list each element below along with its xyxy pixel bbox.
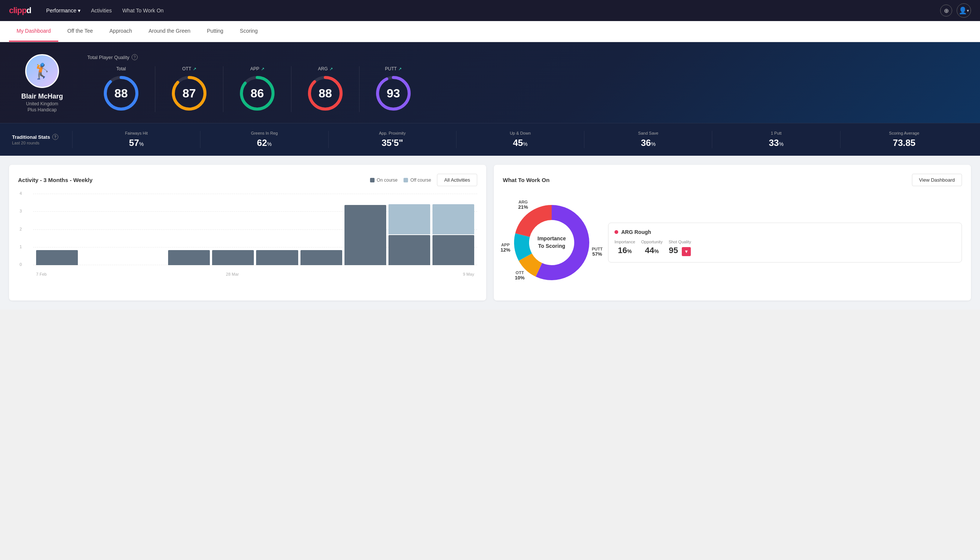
gauge-value-total: 88 — [114, 87, 128, 100]
stat-value-0: 57% — [78, 138, 194, 148]
stat-label-4: Sand Save — [591, 131, 706, 135]
tab-putting[interactable]: Putting — [199, 21, 231, 42]
help-icon-stats[interactable]: ? — [52, 134, 58, 140]
stats-bar: Traditional Stats ? Last 20 rounds Fairw… — [0, 123, 980, 156]
stat-item-5: 1 Putt 33% — [712, 131, 840, 148]
on-course-dot — [370, 178, 374, 182]
nav-links: Performance ▾ Activities What To Work On — [46, 8, 940, 13]
detail-metric-2: Shot Quality 95 ▼ — [669, 240, 691, 256]
stat-item-2: App. Proximity 35'5" — [328, 131, 456, 148]
tab-bar: My Dashboard Off the Tee Approach Around… — [0, 21, 980, 42]
stat-item-0: Fairways Hit 57% — [72, 131, 200, 148]
stat-label-2: App. Proximity — [335, 131, 450, 135]
bars-container — [33, 194, 477, 265]
detail-metric-1: Opportunity 44% — [641, 240, 662, 256]
x-label-4: 28 Mar — [226, 272, 239, 277]
bar-group-4 — [212, 250, 254, 265]
stat-label-5: 1 Putt — [718, 131, 834, 135]
bar-group-8 — [388, 204, 430, 265]
bar-on-course-4 — [212, 250, 254, 265]
stat-items: Fairways Hit 57% Greens In Reg 62% App. … — [72, 131, 968, 148]
circle-gauge-putt: 93 — [374, 75, 412, 112]
stats-period: Last 20 rounds — [12, 141, 72, 145]
gauge-ott: OTT ↗ 87 — [155, 66, 223, 112]
stat-item-6: Scoring Average 73.85 — [840, 131, 968, 148]
detail-metric-0: Importance 16% — [614, 240, 635, 256]
wtwo-title: What To Work On — [503, 177, 549, 183]
gauge-value-ott: 87 — [182, 87, 196, 100]
top-navigation: clippd Performance ▾ Activities What To … — [0, 0, 980, 21]
stat-label-6: Scoring Average — [847, 131, 962, 135]
wtwo-detail-header: ARG Rough — [614, 229, 955, 235]
stat-label-3: Up & Down — [463, 131, 578, 135]
gauge-label-app: APP ↗ — [250, 66, 264, 72]
trend-up-icon: ↗ — [193, 67, 196, 72]
wtwo-inner: ImportanceTo Scoring PUTT 57% OTT 10% AP… — [503, 194, 962, 292]
tab-scoring[interactable]: Scoring — [232, 21, 265, 42]
chart-legend: On course Off course — [370, 178, 431, 183]
dm-value-1: 44% — [641, 246, 662, 255]
nav-right: ⊕ 👤 ▾ — [940, 3, 971, 18]
donut-segment-arg — [515, 205, 552, 237]
player-handicap: Plus Handicap — [27, 107, 57, 112]
tab-my-dashboard[interactable]: My Dashboard — [9, 21, 58, 42]
bar-off-course-8 — [388, 204, 430, 234]
activity-chart-card: Activity - 3 Months - Weekly On course O… — [9, 165, 486, 300]
x-label-9: 9 May — [463, 272, 474, 277]
x-labels: 7 Feb 28 Mar 9 May — [33, 272, 477, 277]
logo[interactable]: clippd — [9, 6, 31, 15]
gauge-label-arg: ARG ↗ — [318, 66, 333, 72]
gauge-label-ott: OTT ↗ — [182, 66, 196, 72]
dm-label-2: Shot Quality — [669, 240, 691, 244]
trend-up-icon: ↗ — [398, 67, 402, 72]
quality-title: Total Player Quality ? — [87, 54, 968, 60]
player-country: United Kingdom — [26, 101, 58, 107]
stat-value-4: 36% — [591, 138, 706, 148]
stat-item-1: Greens In Reg 62% — [200, 131, 328, 148]
gauge-total: Total 88 — [87, 66, 155, 112]
user-menu-button[interactable]: 👤 ▾ — [957, 3, 971, 18]
donut-chart: ImportanceTo Scoring PUTT 57% OTT 10% AP… — [503, 194, 601, 292]
tab-around-the-green[interactable]: Around the Green — [141, 21, 198, 42]
stat-value-5: 33% — [718, 138, 834, 148]
y-label: 2 — [20, 227, 22, 231]
add-button[interactable]: ⊕ — [940, 5, 952, 17]
legend-on-course: On course — [370, 178, 398, 183]
detail-indicator-dot — [614, 230, 618, 234]
help-icon[interactable]: ? — [131, 54, 138, 60]
view-dashboard-button[interactable]: View Dashboard — [912, 174, 962, 186]
bar-on-course-7 — [344, 205, 386, 265]
bar-on-course-3 — [168, 250, 210, 265]
wtwo-detail-card: ARG Rough Importance 16% Opportunity 44%… — [608, 223, 962, 263]
tab-off-the-tee[interactable]: Off the Tee — [60, 21, 100, 42]
legend-off-course: Off course — [404, 178, 431, 183]
nav-what-to-work-on[interactable]: What To Work On — [122, 8, 163, 13]
bar-group-6 — [301, 250, 342, 265]
y-label: 4 — [20, 191, 22, 195]
gauge-putt: PUTT ↗ 93 — [359, 66, 427, 112]
bar-group-7 — [344, 205, 386, 265]
y-label: 0 — [20, 262, 22, 267]
gauge-label-putt: PUTT ↗ — [385, 66, 402, 72]
circle-gauge-app: 86 — [238, 75, 276, 112]
stat-label-section: Traditional Stats ? Last 20 rounds — [12, 134, 72, 145]
tab-approach[interactable]: Approach — [102, 21, 140, 42]
badge-icon-2: ▼ — [682, 247, 691, 256]
bar-group-3 — [168, 250, 210, 265]
bar-group-5 — [256, 250, 298, 265]
detail-metrics: Importance 16% Opportunity 44% Shot Qual… — [614, 240, 955, 256]
all-activities-button[interactable]: All Activities — [437, 174, 477, 186]
main-content: Activity - 3 Months - Weekly On course O… — [0, 156, 980, 310]
quality-section: Total Player Quality ? Total 88 OTT ↗ — [87, 54, 968, 112]
nav-activities[interactable]: Activities — [91, 8, 112, 13]
nav-performance[interactable]: Performance ▾ — [46, 8, 80, 13]
dm-value-0: 16% — [614, 246, 635, 255]
trend-up-icon: ↗ — [261, 67, 265, 72]
bar-off-course-9 — [433, 204, 474, 234]
donut-center-text: ImportanceTo Scoring — [537, 235, 566, 250]
player-info: 🏌️ Blair McHarg United Kingdom Plus Hand… — [12, 54, 72, 112]
chart-area: 4 3 2 1 0 — [18, 194, 477, 277]
gauge-app: APP ↗ 86 — [223, 66, 291, 112]
stat-value-6: 73.85 — [847, 138, 962, 148]
bar-on-course-5 — [256, 250, 298, 265]
